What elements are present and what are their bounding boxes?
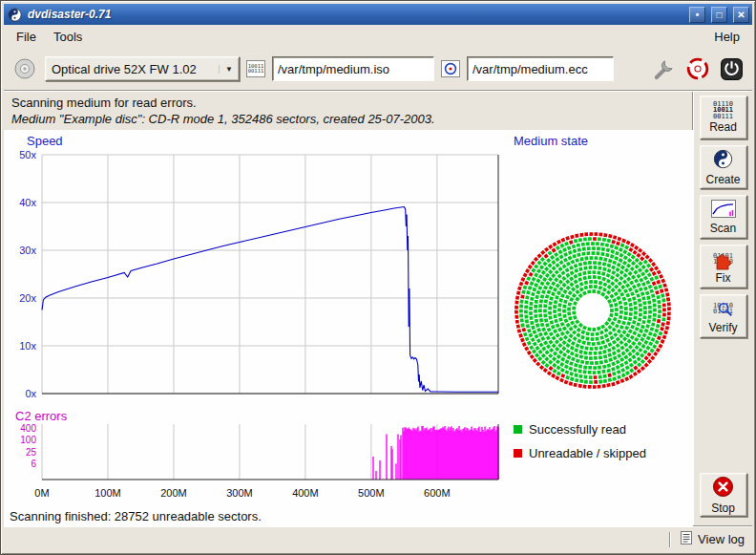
magnifier-icon: 10110 01101 xyxy=(712,299,735,320)
titlebar[interactable]: dvdisaster-0.71 • □ ✕ xyxy=(4,4,752,25)
speed-chart: 0x10x20x30x40x50x xyxy=(4,149,504,407)
svg-text:600M: 600M xyxy=(424,487,451,499)
svg-text:30x: 30x xyxy=(19,245,36,256)
speed-chart-title: Speed xyxy=(27,134,63,148)
chevron-down-icon: ▼ xyxy=(219,65,233,74)
yin-yang-icon xyxy=(7,7,22,22)
stop-button[interactable]: Stop xyxy=(700,473,747,517)
maximize-icon: □ xyxy=(716,10,722,20)
minimize-button[interactable]: • xyxy=(689,7,705,23)
svg-text:500M: 500M xyxy=(358,487,385,499)
power-icon[interactable] xyxy=(718,55,745,82)
status-block: Scanning medium for read errors. Medium … xyxy=(4,92,693,130)
ecc-path-input[interactable] xyxy=(467,56,614,81)
scan-button-label: Scan xyxy=(710,222,736,235)
c2-chart-title: C2 errors xyxy=(15,409,67,423)
iso-path-input[interactable] xyxy=(272,56,434,81)
create-button-label: Create xyxy=(705,173,740,186)
finish-status-text: Scanning finished: 28752 unreadable sect… xyxy=(10,509,262,523)
legend-label-read: Successfully read xyxy=(529,422,626,437)
scan-chart-icon xyxy=(711,200,736,221)
verify-button-label: Verify xyxy=(708,321,737,334)
footer-divider xyxy=(669,532,671,547)
drive-icon xyxy=(11,55,38,82)
binary-icon: 01110 10011 00111 xyxy=(713,101,733,119)
menu-help[interactable]: Help xyxy=(705,27,748,47)
legend-swatch-read xyxy=(514,425,522,434)
svg-text:200M: 200M xyxy=(160,487,187,499)
app-window: dvdisaster-0.71 • □ ✕ File Tools Help Op… xyxy=(0,0,756,555)
svg-text:0x: 0x xyxy=(25,388,36,399)
toolbar: Optical drive 52X FW 1.02 ▼ 10011 00111 xyxy=(4,48,752,90)
view-log-button[interactable]: View log xyxy=(681,531,745,547)
view-log-label: View log xyxy=(698,532,745,546)
read-button-label: Read xyxy=(709,120,737,134)
status-line1: Scanning medium for read errors. xyxy=(11,95,685,111)
minimize-icon: • xyxy=(696,10,700,20)
fix-button[interactable]: 01101 10110 Fix xyxy=(700,245,747,288)
charts-area: Speed 0x10x20x30x40x50x C2 errors 0M100M… xyxy=(4,130,693,526)
svg-text:6: 6 xyxy=(31,459,36,469)
disc-logo-icon[interactable] xyxy=(684,55,711,82)
medium-state-disc xyxy=(508,225,678,395)
legend-item-read: Successfully read xyxy=(514,422,626,437)
footer-bar: View log xyxy=(4,526,752,551)
puzzle-icon: 01101 10110 xyxy=(712,249,735,270)
menu-tools[interactable]: Tools xyxy=(45,27,91,47)
iso-file-icon: 10011 00111 xyxy=(246,60,265,77)
svg-text:25: 25 xyxy=(26,447,37,458)
svg-text:10x: 10x xyxy=(19,340,36,352)
verify-button[interactable]: 10110 01101 Verify xyxy=(700,294,747,338)
c2-errors-chart: 0M100M200M300M400M500M600M625100400 xyxy=(4,422,504,510)
view-log-icon xyxy=(681,531,692,547)
stop-icon xyxy=(712,476,734,501)
svg-text:50x: 50x xyxy=(19,149,36,160)
wrench-icon[interactable] xyxy=(651,55,678,82)
window-title: dvdisaster-0.71 xyxy=(26,8,683,21)
scan-button[interactable]: Scan xyxy=(700,195,747,239)
close-button[interactable]: ✕ xyxy=(733,7,749,23)
status-line2: Medium "Example disc": CD-R mode 1, 3524… xyxy=(11,111,685,127)
iso-icon-row: 00111 xyxy=(248,69,264,75)
svg-text:400: 400 xyxy=(20,423,36,434)
legend-swatch-error xyxy=(514,449,522,458)
maximize-button[interactable]: □ xyxy=(711,7,727,23)
svg-text:100: 100 xyxy=(20,435,36,445)
svg-text:40x: 40x xyxy=(19,197,36,208)
svg-text:0M: 0M xyxy=(34,487,49,499)
svg-text:400M: 400M xyxy=(292,487,319,499)
drive-select[interactable]: Optical drive 52X FW 1.02 ▼ xyxy=(45,56,240,81)
yin-yang-icon xyxy=(713,149,733,172)
stop-button-label: Stop xyxy=(711,502,735,515)
medium-state-title: Medium state xyxy=(514,134,588,148)
svg-text:100M: 100M xyxy=(94,487,121,499)
svg-text:300M: 300M xyxy=(226,487,253,499)
svg-text:20x: 20x xyxy=(19,292,36,304)
menubar: File Tools Help xyxy=(4,25,752,48)
drive-select-value: Optical drive 52X FW 1.02 xyxy=(52,62,197,76)
legend-item-error: Unreadable / skipped xyxy=(514,446,646,460)
fix-button-label: Fix xyxy=(716,271,731,285)
read-button[interactable]: 01110 10011 00111 Read xyxy=(700,96,747,139)
create-button[interactable]: Create xyxy=(700,145,747,189)
ecc-file-icon xyxy=(441,60,460,77)
action-sidebar: 01110 10011 00111 Read Create xyxy=(693,92,752,526)
close-icon: ✕ xyxy=(737,10,745,20)
legend-label-error: Unreadable / skipped xyxy=(529,446,646,460)
menu-file[interactable]: File xyxy=(8,27,45,47)
